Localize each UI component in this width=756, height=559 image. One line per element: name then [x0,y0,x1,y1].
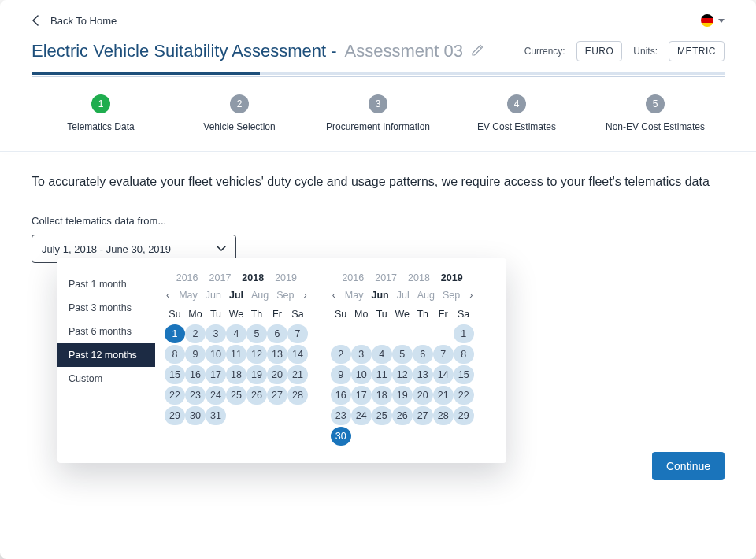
step-3[interactable]: 3Procurement Information [309,94,447,132]
day-cell[interactable]: 20 [413,386,433,405]
step-1[interactable]: 1Telematics Data [32,94,170,132]
back-to-home-link[interactable]: Back To Home [32,15,117,27]
preset-option[interactable]: Past 3 months [57,296,155,320]
day-cell[interactable]: 19 [246,365,267,384]
year-option[interactable]: 2018 [408,272,430,283]
day-cell[interactable]: 16 [331,386,351,405]
day-cell[interactable]: 23 [331,406,351,425]
day-cell[interactable]: 13 [267,345,287,364]
day-cell[interactable]: 28 [433,406,454,425]
day-cell[interactable]: 24 [351,406,372,425]
day-cell[interactable]: 7 [433,345,454,364]
day-cell[interactable]: 3 [206,324,226,343]
day-cell[interactable]: 4 [226,324,246,343]
year-option[interactable]: 2016 [176,272,198,283]
day-cell[interactable]: 10 [206,345,226,364]
day-cell[interactable]: 15 [165,365,185,384]
day-cell[interactable]: 17 [351,386,372,405]
edit-title-button[interactable] [471,41,484,61]
step-4[interactable]: 4EV Cost Estimates [447,94,586,132]
currency-select[interactable]: EURO [576,41,623,61]
units-select[interactable]: METRIC [669,41,724,61]
day-cell[interactable]: 22 [454,386,474,405]
day-cell[interactable]: 27 [267,386,287,405]
day-cell[interactable]: 1 [165,324,185,343]
month-option[interactable]: Jul [397,290,410,301]
step-5[interactable]: 5Non-EV Cost Estimates [586,94,724,132]
day-cell[interactable]: 21 [433,386,454,405]
month-option[interactable]: Jun [206,290,221,301]
day-cell[interactable]: 2 [185,324,206,343]
day-cell[interactable]: 5 [246,324,267,343]
day-cell[interactable]: 18 [226,365,246,384]
day-cell[interactable]: 29 [454,406,474,425]
month-option[interactable]: May [345,290,364,301]
day-cell[interactable]: 5 [392,345,413,364]
day-cell[interactable]: 26 [246,386,267,405]
day-cell[interactable]: 12 [246,345,267,364]
prev-month-button[interactable]: ‹ [331,290,337,301]
day-cell[interactable]: 19 [392,386,413,405]
day-cell[interactable]: 13 [413,365,433,384]
day-cell[interactable]: 14 [287,345,308,364]
day-cell[interactable]: 9 [185,345,206,364]
year-option[interactable]: 2019 [275,272,297,283]
month-option[interactable]: Aug [417,290,435,301]
month-option[interactable]: May [179,290,198,301]
day-cell[interactable]: 7 [287,324,308,343]
next-month-button[interactable]: › [468,290,474,301]
year-option[interactable]: 2016 [342,272,364,283]
month-option[interactable]: Jun [371,290,388,301]
year-option[interactable]: 2017 [375,272,397,283]
month-option[interactable]: Aug [251,290,269,301]
day-cell[interactable]: 22 [165,386,185,405]
month-option[interactable]: Sep [443,290,460,301]
language-selector[interactable] [701,14,724,27]
day-cell[interactable]: 4 [372,345,392,364]
day-cell[interactable]: 26 [392,406,413,425]
preset-option[interactable]: Past 6 months [57,320,155,343]
step-2[interactable]: 2Vehicle Selection [170,94,309,132]
day-cell[interactable]: 8 [454,345,474,364]
day-cell[interactable]: 6 [267,324,287,343]
prev-month-button[interactable]: ‹ [165,290,171,301]
day-cell[interactable]: 6 [413,345,433,364]
day-cell[interactable]: 18 [372,386,392,405]
day-cell[interactable]: 31 [206,406,226,425]
day-cell[interactable]: 24 [206,386,226,405]
day-cell[interactable]: 21 [287,365,308,384]
day-cell[interactable]: 17 [206,365,226,384]
month-option[interactable]: Sep [276,290,294,301]
preset-option[interactable]: Past 12 months [57,343,155,367]
day-cell[interactable]: 11 [372,365,392,384]
day-cell[interactable]: 3 [351,345,372,364]
month-option[interactable]: Jul [229,290,243,301]
preset-option[interactable]: Custom [57,367,155,391]
day-cell[interactable]: 9 [331,365,351,384]
day-cell[interactable]: 20 [267,365,287,384]
day-cell[interactable]: 15 [454,365,474,384]
day-cell[interactable]: 16 [185,365,206,384]
day-cell[interactable]: 2 [331,345,351,364]
year-option[interactable]: 2017 [209,272,232,283]
day-cell[interactable]: 27 [413,406,433,425]
day-cell[interactable]: 25 [372,406,392,425]
day-cell[interactable]: 28 [287,386,308,405]
day-cell[interactable]: 10 [351,365,372,384]
day-cell[interactable]: 11 [226,345,246,364]
day-cell[interactable]: 29 [165,406,185,425]
day-cell[interactable]: 25 [226,386,246,405]
day-cell[interactable]: 30 [331,427,351,446]
day-cell[interactable]: 14 [433,365,454,384]
continue-button[interactable]: Continue [652,452,724,480]
year-option[interactable]: 2018 [242,272,264,283]
next-month-button[interactable]: › [302,290,309,301]
day-cell[interactable]: 30 [185,406,206,425]
day-cell[interactable]: 8 [165,345,185,364]
year-option[interactable]: 2019 [441,272,463,283]
preset-option[interactable]: Past 1 month [57,272,155,296]
day-cell[interactable]: 23 [185,386,206,405]
day-cell[interactable]: 1 [454,324,474,343]
day-cell[interactable]: 12 [392,365,413,384]
weekday-cell: Tu [206,309,226,320]
